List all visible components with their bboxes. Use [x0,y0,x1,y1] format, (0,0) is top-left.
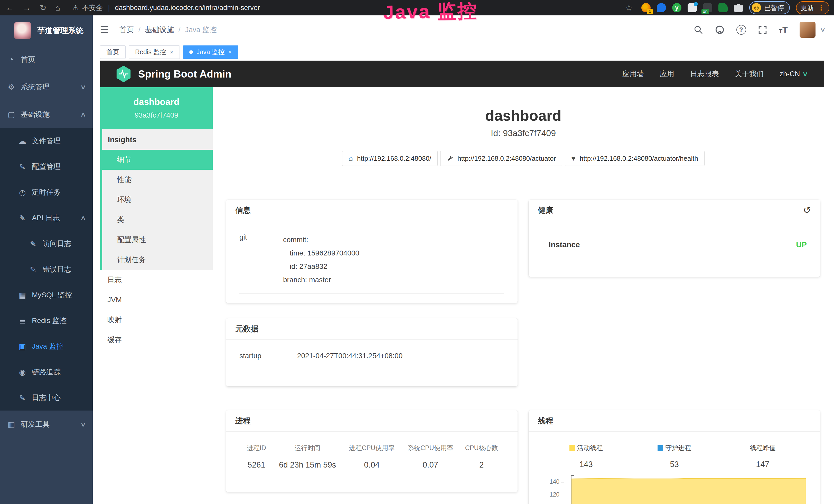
sba-instance-name: dashboard [134,97,179,107]
sba-menu-classes[interactable]: 类 [102,210,213,230]
sidebar-item-config-management[interactable]: ✎ 配置管理 [0,154,93,180]
sidebar-item-access-logs[interactable]: ✎ 访问日志 [0,231,93,256]
card-title: 健康 [538,205,553,216]
tab-label: Java 监控 [197,48,225,56]
update-label: 更新 [800,3,814,12]
page-url[interactable]: dashboard.yudao.iocoder.cn/infra/admin-s… [115,4,260,12]
tab-redis-monitor[interactable]: Redis 监控 × [129,45,180,59]
sba-instance-header[interactable]: dashboard 93a3fc7f7409 [100,87,213,129]
info-value: commit: time: 1596289704000 id: 27aa832 … [283,233,359,287]
process-col-header: 运行时间 [273,444,342,452]
sba-menu-jvm[interactable]: JVM [100,290,213,310]
sidebar-item-infrastructure[interactable]: ▢ 基础设施 ∧ [0,101,93,128]
app-logo[interactable]: 芋道管理系统 [0,16,93,46]
card-threads-body: 活动线程 守护进程 线程峰值 143 53 147 [529,432,820,504]
sba-menu-details[interactable]: 细节 [102,150,213,170]
sba-nav-journal[interactable]: 日志报表 [690,69,719,79]
metadata-key: startup [239,352,297,360]
search-icon[interactable] [694,25,703,35]
sidebar-item-trace[interactable]: ◉ 链路追踪 [0,359,93,385]
user-avatar[interactable] [799,22,815,38]
process-col-header: CPU核心数 [459,444,504,452]
sba-nav-applications[interactable]: 应用 [660,69,674,79]
legend-label: 活动线程 [577,444,603,452]
update-button[interactable]: 更新 ⋮ [796,1,829,15]
history-icon[interactable]: ↺ [803,205,811,216]
threads-legend-row: 活动线程 守护进程 线程峰值 [542,444,807,452]
tag-view-bar: 首页 Redis 监控 × Java 监控 × [93,44,834,60]
process-col-header: 进程ID [239,444,273,452]
sidebar-item-java-monitor[interactable]: ▣ Java 监控 [0,334,93,359]
legend-label: 线程峰值 [750,444,775,452]
card-threads: 线程 活动线程 守护进程 线程峰值 [529,410,820,504]
sba-locale-select[interactable]: zh-CN ∨ [780,70,808,78]
paused-badge[interactable]: ☺ 已暂停 [749,1,790,14]
sidebar-item-error-logs[interactable]: ✎ 错误日志 [0,256,93,282]
sprout-extension-icon[interactable] [719,3,728,12]
bookmark-star-icon[interactable]: ☆ [625,3,633,13]
help-icon[interactable]: ? [737,25,746,35]
smiley-icon: ☺ [752,3,761,12]
sidebar-item-scheduled-tasks[interactable]: ◷ 定时任务 [0,180,93,205]
info-row-git: git commit: time: 1596289704000 id: 27aa… [239,233,504,287]
sba-brand[interactable]: Spring Boot Admin [115,65,232,83]
tab-home[interactable]: 首页 [100,45,126,59]
sba-menu-mappings[interactable]: 映射 [100,310,213,330]
spring-boot-admin-frame: Spring Boot Admin 应用墙 应用 日志报表 关于我们 zh-CN… [93,61,834,504]
sidebar-item-api-logs[interactable]: ✎ API 日志 ∧ [0,205,93,231]
health-instance-row[interactable]: Instance UP [542,233,807,258]
pin-extension-icon[interactable] [657,3,666,12]
sba-menu-logs[interactable]: 日志 [100,270,213,290]
process-uptime: 6d 23h 15m 59s [273,460,342,469]
sba-menu-config-props[interactable]: 配置属性 [102,230,213,250]
browser-forward-icon[interactable]: → [23,3,31,13]
close-icon[interactable]: × [228,48,232,56]
sba-nav-about[interactable]: 关于我们 [735,69,764,79]
sidebar-item-system-management[interactable]: ⚙ 系统管理 ∨ [0,73,93,101]
fullscreen-icon[interactable] [758,25,767,35]
sidebar-item-redis-monitor[interactable]: ≣ Redis 监控 [0,308,93,334]
card-metadata-body: startup 2021-04-27T00:44:31.254+08:00 [226,340,518,377]
legend-live-threads: 活动线程 [542,444,630,452]
sidebar-item-log-center[interactable]: ✎ 日志中心 [0,385,93,411]
breadcrumb-home[interactable]: 首页 [119,25,134,35]
actuator-url-link[interactable]: http://192.168.0.2:48080/actuator [440,151,562,166]
switch-extension-icon[interactable]: on [703,3,712,12]
sidebar-item-dev-tools[interactable]: ▥ 研发工具 ∨ [0,411,93,438]
card-title: 线程 [538,416,553,426]
service-url-link[interactable]: ⌂ http://192.168.0.2:48080/ [342,151,438,166]
address-bar[interactable]: ⚠ 不安全 | dashboard.yudao.iocoder.cn/infra… [72,3,260,12]
tab-java-monitor[interactable]: Java 监控 × [183,45,238,59]
sba-menu-scheduled-tasks[interactable]: 计划任务 [102,250,213,270]
legend-blue-swatch [658,445,663,451]
close-icon[interactable]: × [170,48,173,56]
sba-menu-caches[interactable]: 缓存 [100,330,213,350]
sba-menu-metrics[interactable]: 性能 [102,170,213,190]
browser-home-icon[interactable]: ⌂ [55,3,60,13]
font-size-icon[interactable]: TT [779,25,788,35]
breadcrumb-separator: / [178,26,180,34]
sba-nav-wallboard[interactable]: 应用墙 [622,69,644,79]
sidebar-item-label: 首页 [21,55,35,65]
github-icon[interactable] [715,25,725,35]
breadcrumb-infrastructure[interactable]: 基础设施 [145,25,174,35]
y-extension-icon[interactable]: y [672,3,681,12]
collapse-sidebar-icon[interactable]: ☰ [100,24,109,36]
sidebar-item-file-management[interactable]: ☁ 文件管理 [0,128,93,154]
sidebar-item-mysql-monitor[interactable]: ▦ MySQL 监控 [0,282,93,308]
sidebar-item-home[interactable]: ◔ 首页 [0,46,93,73]
sba-menu-group-label[interactable]: Insights [102,129,213,150]
avatar-caret-icon[interactable]: ∨ [820,26,826,33]
extension-icon[interactable]: 1 [641,3,651,12]
browser-reload-icon[interactable]: ↻ [40,3,46,13]
sba-logo-icon [115,65,132,83]
extensions-puzzle-icon[interactable] [734,3,743,12]
browser-back-icon[interactable]: ← [6,3,14,13]
health-url-link[interactable]: ♥ http://192.168.0.2:48080/actuator/heal… [565,151,705,166]
browser-menu-icon[interactable]: ⋮ [817,4,825,12]
security-label[interactable]: 不安全 [82,3,103,12]
sidebar-item-label: 文件管理 [32,136,61,146]
sba-menu-environment[interactable]: 环境 [102,190,213,210]
grid-extension-icon[interactable] [687,3,697,12]
chevron-down-icon: ∨ [802,70,809,77]
